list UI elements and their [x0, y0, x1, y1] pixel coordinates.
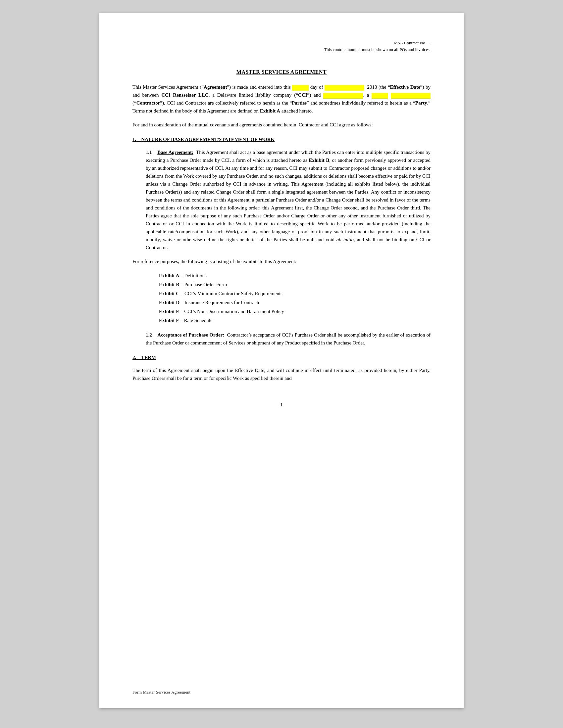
- contractor-type-blank[interactable]: [372, 93, 388, 99]
- agreement-term: Agreement: [204, 84, 227, 90]
- subsection-1-1: 1.1 Base Agreement: This Agreement shall…: [146, 148, 431, 251]
- section1-title: NATURE OF BASE AGREEMENT/STATEMENT OF WO…: [141, 137, 274, 142]
- parties-term: Parties: [292, 100, 307, 106]
- section2-heading: 2. TERM: [132, 355, 431, 360]
- contract-note: This contract number must be shown on al…: [132, 46, 431, 53]
- day-blank[interactable]: [292, 85, 309, 91]
- cci-name: CCI Rensselaer LLC: [161, 92, 209, 98]
- exhibit-e-item: Exhibit E – CCI’s Non-Discrimination and…: [159, 307, 431, 316]
- reference-text: For reference purposes, the following is…: [132, 257, 431, 265]
- subsection-1-1-title: Base Agreement:: [157, 150, 193, 155]
- subsection-1-2: 1.2 Acceptance of Purchase Order: Contra…: [146, 331, 431, 347]
- subsection-1-2-title: Acceptance of Purchase Order:: [157, 332, 224, 338]
- document-title: MASTER SERVICES AGREEMENT: [132, 69, 431, 75]
- exhibit-c-item: Exhibit C – CCI’s Minimum Contractor Saf…: [159, 289, 431, 298]
- contractor-state-blank[interactable]: [391, 93, 431, 99]
- section1-heading: 1. NATURE OF BASE AGREEMENT/STATEMENT OF…: [132, 137, 431, 142]
- date-blank[interactable]: [325, 85, 364, 91]
- subsection-1-1-number: 1.1: [146, 150, 152, 155]
- consideration-paragraph: For and in consideration of the mutual c…: [132, 121, 431, 129]
- page-number: 1: [132, 402, 431, 408]
- contractor-term: Contractor: [136, 100, 160, 106]
- subsection-1-2-number: 1.2: [146, 332, 152, 338]
- effective-date-term: Effective Date: [390, 84, 420, 90]
- exhibit-a-item: Exhibit A – Definitions: [159, 271, 431, 280]
- section1-number: 1.: [132, 137, 136, 142]
- ab-initio: ab initio: [337, 237, 354, 242]
- exhibit-a-ref: Exhibit A: [260, 108, 280, 114]
- msa-label: MSA Contract No.__: [132, 40, 431, 46]
- exhibit-f-item: Exhibit F – Rate Schedule: [159, 316, 431, 325]
- party-term: Party: [415, 100, 427, 106]
- exhibit-d-item: Exhibit D – Insurance Requirements for C…: [159, 298, 431, 307]
- intro-paragraph: This Master Services Agreement (“Agreeme…: [132, 83, 431, 115]
- document-page: MSA Contract No.__ This contract number …: [99, 13, 464, 708]
- exhibit-list: Exhibit A – Definitions Exhibit B – Purc…: [159, 271, 431, 325]
- header-right: MSA Contract No.__ This contract number …: [132, 40, 431, 53]
- section2-title: TERM: [141, 355, 156, 360]
- footer-text: Form Master Services Agreement: [132, 690, 190, 695]
- section2-text: The term of this Agreement shall begin u…: [132, 366, 431, 382]
- exhibit-b-ref-1: Exhibit B: [309, 158, 329, 163]
- exhibit-b-item: Exhibit B – Purchase Order Form: [159, 280, 431, 289]
- contractor-name-blank[interactable]: [323, 93, 363, 99]
- section2-number: 2.: [132, 355, 136, 360]
- cci-term: CCI: [298, 92, 307, 98]
